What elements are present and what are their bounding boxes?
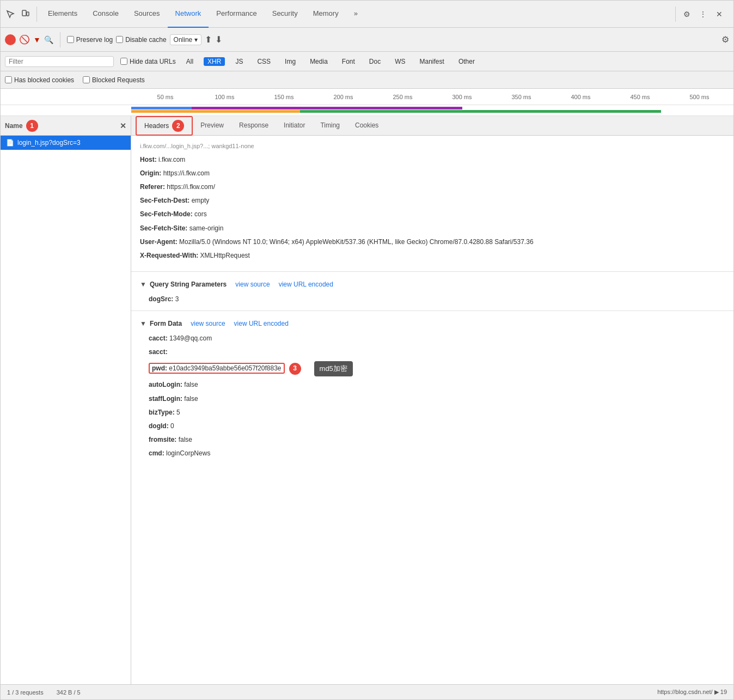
blocked-requests-label[interactable]: Blocked Requests [83,76,145,84]
main-content: Name 1 ✕ 📄 login_h.jsp?dogSrc=3 Headers … [1,116,733,684]
filter-input[interactable] [5,56,114,67]
tab-headers[interactable]: Headers 2 [136,116,193,136]
tick-500ms: 500 ms [670,94,729,100]
filter-manifest[interactable]: Manifest [416,57,448,66]
tab-initiator[interactable]: Initiator [276,116,313,136]
tab-security[interactable]: Security [265,1,305,28]
file-list: 📄 login_h.jsp?dogSrc=3 [1,136,131,684]
tick-400ms: 400 ms [551,94,610,100]
query-string-view-source-link[interactable]: view source [235,281,270,288]
filter-row: Hide data URLs All XHR JS CSS Img Media … [1,52,733,71]
header-sec-fetch-site: Sec-Fetch-Site: same-origin [140,222,725,235]
hide-data-urls-checkbox[interactable] [120,58,127,65]
blocked-row: Has blocked cookies Blocked Requests [1,71,733,89]
timeline-header: 50 ms 100 ms 150 ms 200 ms 250 ms 300 ms… [1,89,733,105]
divider [36,7,37,22]
filter-icon[interactable]: ▼ [33,35,41,44]
param-pwd: pwd: e10adc3949ba59abbe56e057f20f883e 3 … [131,360,733,379]
has-blocked-cookies-label[interactable]: Has blocked cookies [5,76,74,84]
file-name: login_h.jsp?dogSrc=3 [17,139,81,147]
filter-xhr[interactable]: XHR [204,57,225,66]
inspect-icon[interactable] [3,7,18,22]
tick-450ms: 450 ms [610,94,670,100]
filter-media[interactable]: Media [306,57,332,66]
header-referer: Referer: https://i.fkw.com/ [140,180,725,194]
annotation-badge-1: 1 [26,120,38,132]
triangle-icon2: ▼ [140,320,146,327]
tick-250ms: 250 ms [373,94,432,100]
tab-timing[interactable]: Timing [313,116,347,136]
detail-content: i.fkw.com/...login_h.jsp?...; wankgd11-n… [131,136,733,684]
tab-elements[interactable]: Elements [40,1,85,28]
chevron-down-icon: ▾ [194,36,198,44]
divider-fd [131,311,733,311]
preserve-log-checkbox[interactable] [67,36,74,43]
tick-300ms: 300 ms [432,94,492,100]
filter-img[interactable]: Img [281,57,299,66]
blocked-requests-text: Blocked Requests [92,76,145,84]
tab-more[interactable]: » [346,1,365,28]
filter-css[interactable]: CSS [253,57,274,66]
devtools-window: Elements Console Sources Network Perform… [0,0,734,700]
more-icon[interactable]: ⋮ [695,7,711,22]
query-string-view-url-link[interactable]: view URL encoded [279,281,333,288]
record-button[interactable] [5,34,16,45]
hide-data-urls-label[interactable]: Hide data URLs [120,58,176,65]
annotation-badge-3: 3 [289,363,301,375]
filter-js[interactable]: JS [231,57,247,66]
tab-network[interactable]: Network [168,1,209,28]
filter-doc[interactable]: Doc [365,57,384,66]
tab-response[interactable]: Response [231,116,276,136]
param-biztype: bizType: 5 [131,406,733,419]
tab-console[interactable]: Console [85,1,126,28]
filter-font[interactable]: Font [338,57,359,66]
param-dogsrc: dogSrc: 3 [131,293,733,306]
tab-sources[interactable]: Sources [126,1,168,28]
param-fromsite: fromsite: false [131,433,733,447]
block-icon[interactable]: 🚫 [19,34,30,45]
query-string-label: Query String Parameters [150,281,227,288]
disable-cache-text: Disable cache [125,36,166,44]
has-blocked-cookies-checkbox[interactable] [5,76,12,83]
source-url: https://blog.csdn.net/ ▶ 19 [657,689,727,696]
annotation-badge-2: 2 [172,120,184,132]
search-icon[interactable]: 🔍 [44,35,53,44]
header-sec-fetch-mode: Sec-Fetch-Mode: cors [140,208,725,221]
file-item[interactable]: 📄 login_h.jsp?dogSrc=3 [1,136,131,150]
header-sec-fetch-dest: Sec-Fetch-Dest: empty [140,194,725,208]
close-icon[interactable]: ✕ [712,7,727,22]
preserve-log-text: Preserve log [76,36,113,44]
requests-count: 1 / 3 requests [7,689,44,696]
disable-cache-checkbox[interactable] [116,36,123,43]
tab-memory[interactable]: Memory [305,1,346,28]
settings-icon[interactable]: ⚙ [679,7,694,22]
tab-performance[interactable]: Performance [209,1,264,28]
filter-other[interactable]: Other [455,57,479,66]
request-headers-section: i.fkw.com/...login_h.jsp?...; wankgd11-n… [131,136,733,267]
blocked-requests-checkbox[interactable] [83,76,90,83]
download-icon[interactable]: ⬇ [215,34,222,45]
form-data-view-url-link[interactable]: view URL encoded [234,320,289,327]
filter-all[interactable]: All [182,57,197,66]
device-toggle-icon[interactable] [18,7,33,22]
preserve-log-label[interactable]: Preserve log [67,36,113,44]
tick-200ms: 200 ms [314,94,373,100]
detail-tabs: Headers 2 Preview Response Initiator Tim… [131,116,733,136]
online-label: Online [174,36,193,44]
upload-icon[interactable]: ⬆ [205,34,212,45]
tab-cookies[interactable]: Cookies [347,116,386,136]
filter-ws[interactable]: WS [391,57,409,66]
divider3 [60,32,60,47]
tick-50ms: 50 ms [136,94,195,100]
svg-rect-0 [22,10,26,16]
close-detail-button[interactable]: ✕ [120,121,126,130]
network-throttle-select[interactable]: Online ▾ [170,34,202,45]
top-right-icons: ⚙ ⋮ ✕ [679,7,731,22]
form-data-view-source-link[interactable]: view source [191,320,225,327]
network-settings-icon[interactable]: ⚙ [721,34,729,45]
tick-100ms: 100 ms [195,94,254,100]
tab-preview[interactable]: Preview [193,116,231,136]
disable-cache-label[interactable]: Disable cache [116,36,166,44]
param-dogid: dogId: 0 [131,419,733,433]
divider2 [675,7,676,22]
